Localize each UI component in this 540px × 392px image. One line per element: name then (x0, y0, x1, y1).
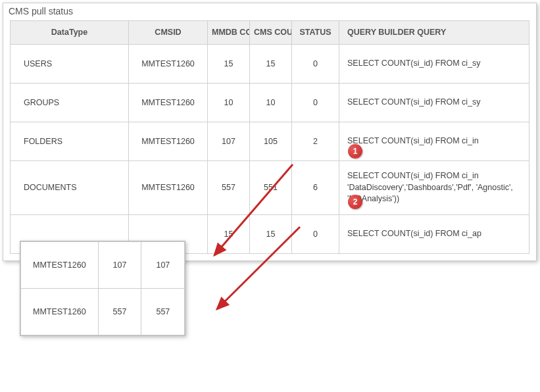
cell-cms: 10 (250, 84, 292, 122)
badge-number: 1 (353, 147, 358, 156)
table-row: GROUPS MMTEST1260 10 10 0 SELECT COUNT(s… (11, 84, 529, 122)
col-status: STATUS (292, 21, 339, 45)
cell-mmdb: 10 (208, 84, 250, 122)
callout-badge-1: 1 (348, 144, 362, 159)
cms-pull-status-panel: CMS pull status DataType CMSID MMDB COUN… (3, 3, 537, 261)
cell-cms: 105 (250, 122, 292, 161)
overlay-val-b: 107 (141, 242, 185, 289)
cell-query: SELECT COUNT(si_id) FROM ci_in 'DataDisc… (339, 161, 529, 215)
col-cmsid: CMSID (129, 21, 208, 45)
panel-title: CMS pull status (3, 3, 536, 20)
cell-cmsid: MMTEST1260 (129, 161, 208, 215)
cell-datatype: DOCUMENTS (11, 161, 129, 215)
cell-cms: 15 (250, 214, 292, 253)
cell-query: SELECT COUNT(si_id) FROM ci_sy (339, 84, 529, 122)
table-row: DOCUMENTS MMTEST1260 557 551 6 SELECT CO… (11, 161, 529, 215)
cell-status: 0 (292, 84, 339, 122)
overlay-row: MMTEST1260 107 107 (21, 242, 185, 289)
cell-mmdb: 15 (208, 214, 250, 253)
cell-datatype: GROUPS (11, 84, 129, 122)
cell-status: 0 (292, 214, 339, 253)
col-query: QUERY BUILDER QUERY (339, 21, 529, 45)
cell-status: 0 (292, 45, 339, 84)
overlay-row: MMTEST1260 557 557 (21, 289, 185, 335)
cell-mmdb: 15 (208, 45, 250, 84)
col-cms: CMS COUNT (250, 21, 292, 45)
table-row: FOLDERS MMTEST1260 107 105 2 SELECT COUN… (11, 122, 529, 161)
overlay-cmsid: MMTEST1260 (21, 242, 99, 289)
cell-mmdb: 107 (208, 122, 250, 161)
overlay-cmsid: MMTEST1260 (21, 289, 99, 335)
cell-status: 6 (292, 161, 339, 215)
cell-cms: 551 (250, 161, 292, 215)
cell-status: 2 (292, 122, 339, 161)
col-datatype: DataType (11, 21, 129, 45)
overlay-val-a: 557 (98, 289, 141, 335)
cell-mmdb: 557 (208, 161, 250, 215)
overlay-val-b: 557 (141, 289, 185, 335)
cell-cmsid: MMTEST1260 (129, 122, 208, 161)
status-table: DataType CMSID MMDB COUNT CMS COUNT STAT… (10, 20, 529, 254)
badge-number: 2 (353, 197, 358, 207)
cell-cms: 15 (250, 45, 292, 84)
cell-query: SELECT COUNT(si_id) FROM ci_in (339, 122, 529, 161)
cell-datatype: USERS (11, 45, 129, 84)
cell-datatype: FOLDERS (11, 122, 129, 161)
callout-badge-2: 2 (348, 195, 362, 209)
overlay-val-a: 107 (98, 242, 141, 289)
cell-cmsid: MMTEST1260 (129, 84, 208, 122)
table-header-row: DataType CMSID MMDB COUNT CMS COUNT STAT… (11, 21, 529, 45)
cell-cmsid: MMTEST1260 (129, 45, 208, 84)
col-mmdb: MMDB COUNT (208, 21, 250, 45)
cell-query: SELECT COUNT(si_id) FROM ci_sy (339, 45, 529, 84)
overlay-correction-table: MMTEST1260 107 107 MMTEST1260 557 557 (20, 241, 185, 336)
cell-query: SELECT COUNT(si_id) FROM ci_ap (339, 214, 529, 253)
table-row: USERS MMTEST1260 15 15 0 SELECT COUNT(si… (11, 45, 529, 84)
